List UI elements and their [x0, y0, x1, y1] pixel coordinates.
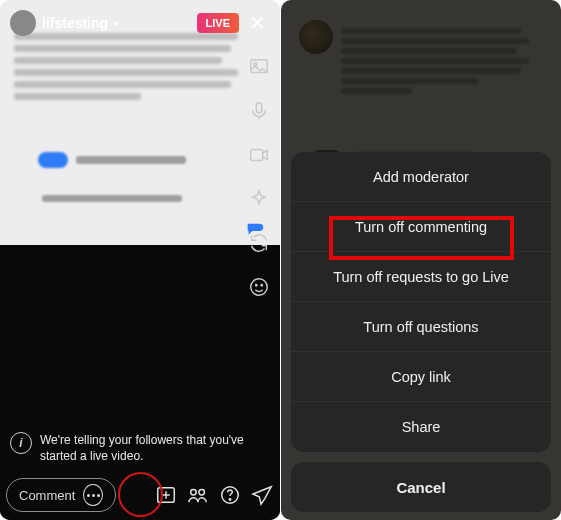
comment-placeholder: Comment: [19, 488, 75, 503]
gallery-icon[interactable]: [246, 54, 272, 80]
background-top: [0, 0, 280, 250]
send-icon[interactable]: [250, 483, 274, 507]
live-start-notice: i We're telling your followers that you'…: [10, 432, 272, 464]
option-share[interactable]: Share: [291, 402, 551, 452]
live-badge: LIVE: [197, 13, 239, 33]
svg-point-11: [229, 499, 230, 500]
video-icon[interactable]: [246, 142, 272, 168]
bottom-bar: Comment: [6, 478, 274, 512]
sparkle-icon[interactable]: [246, 186, 272, 212]
svg-point-8: [191, 490, 197, 496]
option-turn-off-commenting[interactable]: Turn off commenting: [291, 202, 551, 252]
svg-point-6: [261, 284, 262, 285]
action-sheet: Add moderator Turn off commenting Turn o…: [291, 152, 551, 512]
more-icon[interactable]: [83, 484, 103, 506]
question-icon[interactable]: [218, 483, 242, 507]
live-header: lifstesting ▾ LIVE ✕: [10, 10, 270, 36]
live-broadcast-screen: lifstesting ▾ LIVE ✕ i We're telling you…: [0, 0, 280, 520]
action-sheet-options: Add moderator Turn off commenting Turn o…: [291, 152, 551, 452]
close-icon[interactable]: ✕: [245, 11, 270, 35]
notice-text: We're telling your followers that you've…: [40, 432, 272, 464]
blurred-text-block: [14, 28, 250, 105]
camera-flip-icon[interactable]: [246, 230, 272, 256]
live-options-sheet-screen: Add moderator Turn off commenting Turn o…: [281, 0, 561, 520]
cancel-button[interactable]: Cancel: [291, 462, 551, 512]
add-guest-icon[interactable]: [186, 483, 210, 507]
comment-input[interactable]: Comment: [6, 478, 116, 512]
blurred-message: [38, 152, 186, 168]
svg-point-9: [199, 490, 205, 496]
add-media-icon[interactable]: [154, 483, 178, 507]
blurred-message-2: [42, 195, 182, 202]
smiley-icon[interactable]: [246, 274, 272, 300]
chevron-down-icon[interactable]: ▾: [114, 18, 119, 29]
svg-rect-3: [251, 150, 263, 161]
option-copy-link[interactable]: Copy link: [291, 352, 551, 402]
side-toolbar: [246, 54, 272, 300]
svg-point-5: [256, 284, 257, 285]
username[interactable]: lifstesting: [42, 15, 108, 31]
option-turn-off-requests[interactable]: Turn off requests to go Live: [291, 252, 551, 302]
option-turn-off-questions[interactable]: Turn off questions: [291, 302, 551, 352]
svg-rect-2: [256, 103, 262, 113]
info-icon: i: [10, 432, 32, 454]
microphone-icon[interactable]: [246, 98, 272, 124]
avatar[interactable]: [10, 10, 36, 36]
svg-point-4: [251, 279, 268, 296]
option-add-moderator[interactable]: Add moderator: [291, 152, 551, 202]
